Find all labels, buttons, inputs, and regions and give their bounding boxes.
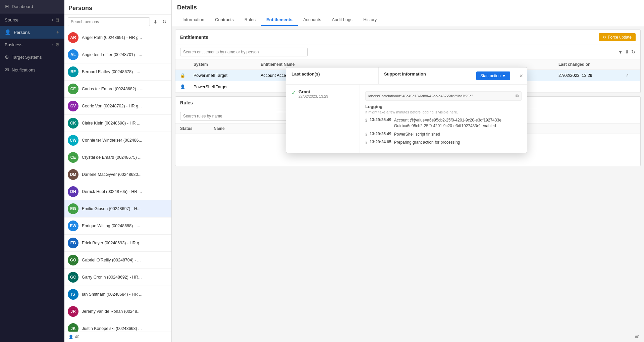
sidebar-persons-label: Persons [14,30,54,35]
avatar: JR [68,306,78,317]
action-status: Grant [299,89,328,94]
entitlements-search-row: ▼ ⬇ ↻ [175,45,640,59]
person-name: Angel Rath (00248691) - HR g... [82,35,142,40]
avatar: EG [68,203,78,214]
person-name: Erick Boyer (00248693) - HR g... [82,241,143,245]
popup-close-button[interactable]: × [516,67,527,84]
person-list-item[interactable]: EW Enrique Witting (00248688) - ... [64,217,171,235]
person-list-item[interactable]: GO Gabriel O'Reilly (00248704) - ... [64,252,171,269]
force-update-button[interactable]: ↻ Force update [599,33,636,41]
sidebar-notifications-label: Notifications [12,67,60,72]
person-name: Garry Cronin (00248692) - HR... [82,275,142,280]
sidebar-business-label: Business [5,42,51,47]
avatar: CE [68,152,78,163]
popup-support-logging: labels:CorrelationId:"46c49d13-6d8d-42ec… [360,85,527,153]
col-name-header: Entitlement Name [261,62,558,67]
person-list-item[interactable]: CE Crystal de Emard (00248675) ... [64,149,171,166]
log-info-icon: ℹ [365,118,367,123]
person-list-item[interactable]: DM Darlene MacGyver (00248680... [64,166,171,183]
log-time: 13:29:25.49 [370,117,391,122]
tab-entitlements[interactable]: Entitlements [261,14,298,26]
tab-rules[interactable]: Rules [239,14,261,26]
rules-search-input[interactable] [180,112,287,120]
col-system-header: System [194,62,261,67]
row1-system: PowerShell Target [194,73,261,78]
row1-ext-link[interactable]: ↗ [626,73,636,78]
tab-information[interactable]: Information [177,14,210,26]
person-list-item[interactable]: AL Angie ten Leffler (00248701) - ... [64,46,171,63]
persons-search-bar: ⬇ ↻ [64,15,171,29]
popup-body: ✓ Grant 27/02/2023, 13:29 labels:Correla… [286,85,527,153]
search-input[interactable] [68,17,150,26]
entitlements-search-input[interactable] [180,48,308,56]
filter-icon[interactable]: ▼ [618,49,623,55]
main-area: Persons ⬇ ↻ AR Angel Rath (00248691) - H… [64,0,644,342]
dashboard-icon: ⊞ [5,3,9,9]
person-list-item[interactable]: IS Ian Smitham (00248684) - HR ... [64,286,171,303]
person-list-item[interactable]: GC Garry Cronin (00248692) - HR... [64,269,171,286]
row1-date: 27/02/2023, 13:29 [558,73,626,78]
force-update-icon: ↻ [603,35,606,40]
person-list-item[interactable]: JR Jeremy van de Rohan (00248... [64,303,171,320]
sidebar-item-business[interactable]: Business ‹ ⚙ [0,39,64,51]
person-name: Jeremy van de Rohan (00248... [82,309,141,314]
person-list-item[interactable]: CW Connie ter Wintheiser (002486... [64,132,171,149]
entitlements-header: Entitlements ↻ Force update [175,30,640,45]
log-info-icon: ℹ [365,140,367,145]
persons-icon: 👤 [5,29,11,35]
refresh-button[interactable]: ↻ [161,18,168,26]
avatar: EB [68,238,78,248]
log-entries: ℹ 13:29:25.49 Account @{value=a6e95cb2-2… [365,117,522,145]
action-popup: Last action(s) Support information Start… [286,67,527,153]
sidebar-item-target-systems[interactable]: ⊕ Target Systems [0,51,64,63]
person-name: Crystal de Emard (00248675) ... [82,155,142,160]
log-time: 13:29:25.49 [370,132,391,136]
sidebar: ⊞ Dashboard Source ‹ 🗑 👤 Persons ✦ Busin… [0,0,64,342]
person-list-item[interactable]: CE Carlos ter Emard (00248682) - ... [64,81,171,98]
log-entry: ℹ 13:29:25.49 Account @{value=a6e95cb2-2… [365,117,522,129]
log-message: Account @{value=a6e95cb2-25f0-4201-9c20-… [394,117,522,129]
tab-audit-logs[interactable]: Audit Logs [326,14,358,26]
last-actions-section-label: Last action(s) [286,67,378,84]
person-list-item[interactable]: BF Bernard Flatley (00248678) - ... [64,63,171,81]
delete-icon[interactable]: 🗑 [55,17,60,22]
person-list-item[interactable]: CV Cedric Von (00248702) - HR g... [64,98,171,115]
person-name: Cedric Von (00248702) - HR g... [82,104,142,108]
copy-icon[interactable]: ⧉ [516,93,519,99]
details-title: Details [177,4,639,11]
start-action-button[interactable]: Start action ▼ [476,71,510,80]
log-time: 13:29:24.65 [370,140,391,144]
avatar: GO [68,255,78,265]
log-entry: ℹ 13:29:25.49 PowerShell script finished [365,132,522,137]
person-list-item[interactable]: AR Angel Rath (00248691) - HR g... [64,29,171,46]
support-value-text: labels:CorrelationId:"46c49d13-6d8d-42ec… [368,94,473,98]
row2-system: PowerShell Target [194,85,261,89]
person-list-item[interactable]: EG Emilio Gibson (00248697) - H... [64,200,171,217]
person-list-item[interactable]: CK Claire Klein (00248698) - HR ... [64,115,171,132]
sidebar-item-dashboard[interactable]: ⊞ Dashboard [0,0,64,13]
sidebar-item-persons[interactable]: 👤 Persons ✦ [0,26,64,39]
download-button[interactable]: ⬇ [152,18,159,26]
person-name: Ian Smitham (00248684) - HR ... [82,292,143,297]
person-name: Bernard Flatley (00248678) - ... [82,69,140,74]
download-icon[interactable]: ⬇ [625,49,629,55]
person-list-item[interactable]: JK Justin Konopelski (00248668) ... [64,320,171,332]
person-name: Claire Klein (00248698) - HR ... [82,121,140,126]
person-list-item[interactable]: EB Erick Boyer (00248693) - HR g... [64,235,171,252]
popup-last-actions: ✓ Grant 27/02/2023, 13:29 [286,85,360,153]
start-action-chevron-icon: ▼ [502,74,506,78]
tab-accounts[interactable]: Accounts [298,14,326,26]
entitlements-title: Entitlements [180,35,208,40]
sidebar-item-notifications[interactable]: ✉ Notifications [0,63,64,76]
grant-success-icon: ✓ [291,90,296,96]
tab-contracts[interactable]: Contracts [210,14,239,26]
person-list-item[interactable]: DH Derrick Huel (00248705) - HR ... [64,183,171,200]
avatar: DM [68,169,78,180]
settings-icon[interactable]: ⚙ [55,42,60,47]
tab-history[interactable]: History [358,14,382,26]
chevron-left-icon: ‹ [52,18,53,22]
row2-icon: 👤 [180,84,194,89]
refresh-icon[interactable]: ↻ [631,49,636,55]
sidebar-item-source[interactable]: Source ‹ 🗑 [0,14,64,26]
person-name: Gabriel O'Reilly (00248704) - ... [82,258,141,262]
